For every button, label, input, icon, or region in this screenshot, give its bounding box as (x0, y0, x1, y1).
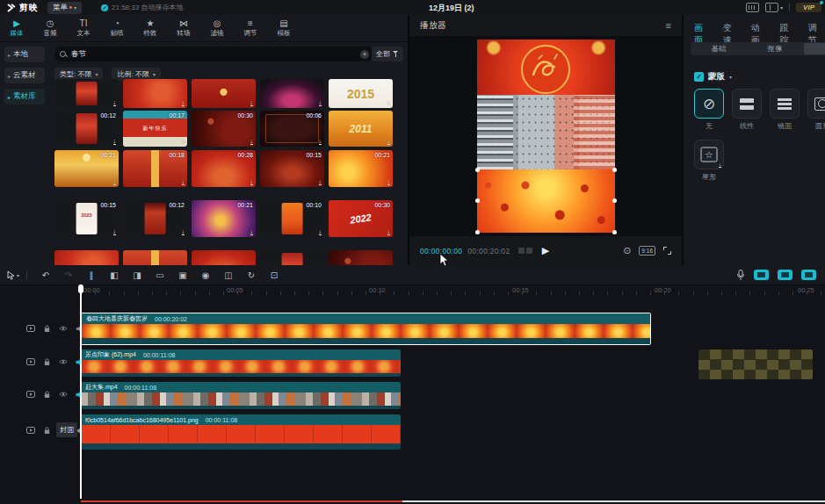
download-icon[interactable]: ↓ (182, 228, 185, 235)
download-icon[interactable]: ↓ (387, 99, 391, 106)
timeline-clip-video[interactable]: 赶大集.mp4 00:00:11:08 (81, 382, 401, 409)
selection-handle[interactable] (475, 230, 480, 234)
delete-left-icon[interactable]: ◧ (103, 270, 126, 280)
media-thumbnail[interactable]: 00:18 ↓ (123, 150, 187, 187)
download-icon[interactable]: ↓ (113, 178, 117, 185)
timeline-clip-video[interactable]: 景点印象 (62).mp4 00:00:11:08 (81, 349, 401, 377)
download-icon[interactable]: ↓ (113, 138, 117, 145)
asset-toolbar-item[interactable]: ▶ 媒体 (0, 18, 33, 38)
auto-snap-toggle-icon[interactable] (754, 270, 769, 280)
timeline-clip-image[interactable]: f0cb0514af66d1bcabc1680495e1101.png 00:0… (81, 414, 401, 450)
asset-toolbar-item[interactable]: ◷ 音频 (33, 18, 67, 38)
media-thumbnail[interactable]: 00:12 ↓ (123, 200, 187, 237)
download-icon[interactable]: ↓ (113, 228, 117, 235)
media-thumbnail[interactable]: ↓ (54, 250, 119, 265)
lock-icon[interactable] (43, 391, 51, 399)
media-thumbnail[interactable]: 00:15 ↓ (260, 150, 324, 187)
eye-icon[interactable] (59, 325, 68, 332)
media-thumbnail[interactable]: ↓ (260, 250, 324, 265)
sidebar-item[interactable]: ▸ 云素材 (4, 68, 45, 83)
selection-handle[interactable] (475, 168, 480, 172)
download-icon[interactable]: ↓ (250, 228, 254, 235)
asset-toolbar-item[interactable]: ★ 特效 (134, 18, 167, 38)
mask-option[interactable]: ↓ 线性 (732, 89, 762, 131)
download-icon[interactable]: ↓ (113, 99, 117, 106)
download-icon[interactable]: ↓ (250, 99, 254, 106)
preview-fire-segment[interactable] (477, 169, 615, 233)
media-thumbnail[interactable]: 00:06 ↓ (260, 111, 324, 147)
sidebar-item[interactable]: ▸ 本地 (4, 47, 45, 62)
preview-axis-toggle-icon[interactable] (801, 270, 816, 280)
cover-button[interactable]: 封面 (56, 422, 77, 437)
selection-handle[interactable] (612, 198, 617, 203)
download-icon[interactable]: ↓ (182, 138, 185, 145)
delete-icon[interactable]: ▭ (148, 270, 171, 280)
download-icon[interactable]: ↓ (319, 138, 322, 145)
selection-handle[interactable] (612, 168, 617, 172)
media-thumbnail[interactable]: 00:28 ↓ (192, 150, 256, 187)
media-thumbnail[interactable]: 00:21 ↓ (54, 150, 119, 187)
fullscreen-icon[interactable] (663, 247, 671, 255)
media-thumbnail[interactable]: 2023 00:15 ↓ (54, 200, 119, 237)
timeline-scrollbar[interactable] (402, 500, 825, 502)
asset-toolbar-item[interactable]: TI 文本 (67, 18, 100, 38)
mirror-icon[interactable]: ◫ (217, 270, 240, 280)
reverse-icon[interactable]: ◉ (194, 270, 217, 280)
mask-option[interactable]: ↓ 无 (694, 89, 724, 131)
media-thumbnail[interactable]: 00:10 ↓ (260, 200, 324, 237)
asset-toolbar-item[interactable]: ≡ 调节 (234, 18, 267, 38)
media-thumbnail[interactable]: ↓ (123, 79, 187, 108)
search-bar[interactable]: 春节 × (54, 47, 374, 61)
lock-icon[interactable] (43, 358, 51, 366)
asset-toolbar-item[interactable]: ⋈ 转场 (167, 18, 200, 38)
player-menu-icon[interactable]: ≡ (666, 20, 671, 31)
video-preview[interactable] (477, 40, 615, 233)
linkage-toggle-icon[interactable] (778, 270, 792, 280)
preview-quality-icon[interactable] (518, 248, 532, 254)
segment-selected-cutoff[interactable] (804, 43, 825, 54)
menu-button[interactable]: 菜单 ▾ (47, 2, 82, 14)
media-thumbnail[interactable]: 00:21 ↓ (329, 150, 393, 187)
search-input[interactable]: 春节 (71, 49, 356, 60)
download-icon[interactable]: ↓ (182, 178, 185, 185)
mask-option[interactable]: ↓ 星形 (694, 140, 724, 182)
media-thumbnail[interactable]: 2011 ↓ (329, 111, 393, 147)
download-icon[interactable]: ↓ (319, 178, 322, 185)
vip-button[interactable]: VIP (796, 3, 821, 12)
media-thumbnail[interactable]: 00:12 ↓ (54, 111, 119, 147)
eye-icon[interactable] (59, 358, 68, 365)
media-thumbnail[interactable]: 新年快乐 00:17 ↓ (123, 111, 187, 147)
lock-icon[interactable] (43, 325, 51, 333)
download-icon[interactable]: ↓ (387, 138, 391, 145)
media-thumbnail[interactable]: ↓ (54, 79, 119, 108)
fit-to-screen-icon[interactable]: ⊙ (623, 245, 631, 256)
download-icon[interactable]: ↓ (250, 138, 254, 145)
download-icon[interactable]: ↓ (319, 99, 322, 106)
download-icon[interactable]: ↓ (250, 178, 254, 185)
play-button[interactable]: ▶ (542, 245, 549, 256)
redo-icon[interactable]: ↷ (57, 270, 80, 280)
media-thumbnail[interactable]: ↓ (260, 79, 324, 108)
segment-cutout[interactable]: 抠像 (747, 44, 803, 54)
layout-switcher[interactable]: ▾ (765, 3, 783, 12)
selection-handle[interactable] (475, 198, 480, 203)
timeline-scrollbar-red[interactable] (81, 500, 402, 502)
chevron-down-icon[interactable]: ▾ (729, 74, 732, 80)
media-thumbnail[interactable]: ↓ (192, 79, 256, 108)
rotate-icon[interactable]: ↻ (240, 270, 263, 280)
media-thumbnail[interactable]: ↓ (192, 250, 256, 265)
timeline-ruler[interactable]: 00:00 00:05 00:10 00:15 00:20 00:25 (0, 284, 825, 297)
asset-toolbar-item[interactable]: ◔ 贴纸 (100, 18, 134, 38)
mask-option[interactable]: ↓ 镜面 (770, 89, 800, 131)
timeline-clip-effect[interactable]: 春回大地喜庆新春贺岁 00:00:20:02 (81, 313, 651, 345)
aspect-ratio-button[interactable]: 9:16 (639, 246, 655, 256)
delete-right-icon[interactable]: ◨ (126, 270, 148, 280)
undo-icon[interactable]: ↶ (34, 270, 57, 280)
selection-handle[interactable] (612, 230, 617, 234)
asset-toolbar-item[interactable]: ▤ 模板 (267, 18, 300, 38)
download-icon[interactable]: ↓ (387, 178, 391, 185)
split-icon[interactable]: ∥ (80, 270, 103, 280)
download-icon[interactable]: ↓ (182, 99, 185, 106)
media-thumbnail[interactable]: ↓ (329, 250, 393, 265)
mask-checkbox[interactable]: ✓ (694, 72, 704, 82)
